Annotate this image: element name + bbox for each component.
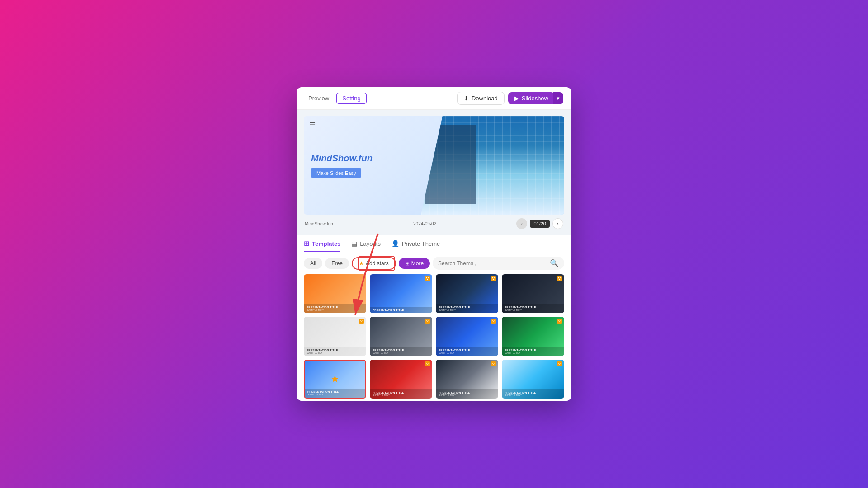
template-card[interactable]: V PRESENTATION TITLE SUBTITLE TEXT xyxy=(370,317,432,356)
building-dark xyxy=(425,125,476,204)
search-input[interactable] xyxy=(438,260,547,267)
template-card[interactable]: V PRESENTATION TITLE SUBTITLE TEXT xyxy=(304,317,366,356)
slideshow-dropdown-button[interactable]: ▾ xyxy=(553,92,563,104)
template-text: PRESENTATION TITLE SUBTITLE TEXT xyxy=(436,304,498,313)
template-text: PRESENTATION TITLE SUBTITLE TEXT xyxy=(436,389,498,399)
template-card[interactable]: V PRESENTATION TITLE SUBTITLE TEXT xyxy=(502,360,564,399)
star-icon: ★ xyxy=(359,260,364,267)
header-left: Preview Setting xyxy=(305,93,367,104)
template-text: PRESENTATION TITLE SUBTITLE TEXT xyxy=(436,347,498,356)
slide-subtitle-button[interactable]: Make Slides Easy xyxy=(311,168,361,178)
slide-date: 2024-09-02 xyxy=(413,221,436,226)
header-right: ⬇ Download ▶ Slideshow ▾ xyxy=(457,92,563,105)
slide-frame: ☰ MindShow.fun Make Slides Easy xyxy=(304,116,564,215)
layouts-icon: ▤ xyxy=(351,240,357,247)
template-text: PRESENTATION TITLE SUBTITLE TEXT xyxy=(305,389,365,398)
filter-add-stars-button[interactable]: ★ Add stars xyxy=(352,257,396,270)
tab-templates[interactable]: ⊞ Templates xyxy=(304,240,340,252)
template-card[interactable]: V PRESENTATION TITLE xyxy=(370,274,432,313)
slide-area: ☰ MindShow.fun Make Slides Easy MindShow… xyxy=(297,110,571,235)
template-text: PRESENTATION TITLE xyxy=(370,307,432,313)
template-badge: V xyxy=(557,361,562,366)
template-text: PRESENTATION TITLE SUBTITLE TEXT xyxy=(370,347,432,356)
filter-search[interactable]: 🔍 xyxy=(433,257,564,270)
template-card[interactable]: V PRESENTATION TITLE SUBTITLE TEXT xyxy=(502,317,564,356)
template-badge: V xyxy=(425,361,430,366)
template-text: PRESENTATION TITLE SUBTITLE TEXT xyxy=(304,347,366,356)
header: Preview Setting ⬇ Download ▶ Slideshow ▾ xyxy=(297,87,571,110)
tab-private-theme[interactable]: 👤 Private Theme xyxy=(392,240,440,252)
template-badge: V xyxy=(425,276,430,281)
slide-title: MindShow.fun xyxy=(311,153,420,164)
template-text: PRESENTATION TITLE SUBTITLE TEXT xyxy=(304,304,366,313)
slide-author: MindShow.fun xyxy=(305,221,333,226)
download-button[interactable]: ⬇ Download xyxy=(457,92,505,105)
template-card-highlighted[interactable]: ★ PRESENTATION TITLE SUBTITLE TEXT xyxy=(304,360,366,399)
template-badge: V xyxy=(359,319,364,324)
private-theme-icon: 👤 xyxy=(392,240,399,247)
filter-area-wrapper: All Free ★ Add stars ⊞ More 🔍 xyxy=(297,252,571,274)
template-badge: V xyxy=(491,276,496,281)
template-badge: V xyxy=(557,319,562,324)
template-card[interactable]: V PRESENTATION TITLE SUBTITLE TEXT xyxy=(436,274,498,313)
template-card[interactable]: PRESENTATION TITLE SUBTITLE TEXT xyxy=(304,274,366,313)
slideshow-button[interactable]: ▶ Slideshow xyxy=(508,92,555,104)
filter-more-button[interactable]: ⊞ More xyxy=(399,258,430,269)
template-text: PRESENTATION TITLE SUBTITLE TEXT xyxy=(502,347,564,356)
slide-content: MindShow.fun Make Slides Easy xyxy=(311,153,420,178)
filter-all-button[interactable]: All xyxy=(304,258,322,269)
template-badge: V xyxy=(425,319,430,324)
slide-counter: 01/20 xyxy=(530,220,550,228)
templates-grid: PRESENTATION TITLE SUBTITLE TEXT V PRESE… xyxy=(297,274,571,401)
slide-building-image xyxy=(421,116,564,215)
template-card[interactable]: V PRESENTATION TITLE SUBTITLE TEXT xyxy=(370,360,432,399)
slide-nav: ‹ 01/20 › xyxy=(516,218,563,229)
setting-button[interactable]: Setting xyxy=(336,93,366,104)
template-card[interactable]: V PRESENTATION TITLE SUBTITLE TEXT xyxy=(436,360,498,399)
grid-wrapper: PRESENTATION TITLE SUBTITLE TEXT V PRESE… xyxy=(297,274,571,401)
template-badge: V xyxy=(557,276,562,281)
slide-footer: MindShow.fun 2024-09-02 ‹ 01/20 › xyxy=(304,218,564,229)
templates-icon: ⊞ xyxy=(304,240,309,247)
template-badge: V xyxy=(491,361,496,366)
preview-button[interactable]: Preview xyxy=(305,93,333,103)
slide-prev-button[interactable]: ‹ xyxy=(516,218,527,229)
template-card[interactable]: V PRESENTATION TITLE SUBTITLE TEXT xyxy=(502,274,564,313)
star-badge-icon: ★ xyxy=(330,373,340,385)
template-text: PRESENTATION TITLE SUBTITLE TEXT xyxy=(502,304,564,313)
app-window: Preview Setting ⬇ Download ▶ Slideshow ▾… xyxy=(297,87,571,401)
template-card[interactable]: V PRESENTATION TITLE SUBTITLE TEXT xyxy=(436,317,498,356)
filter-bar: All Free ★ Add stars ⊞ More 🔍 xyxy=(297,252,571,274)
slideshow-icon: ▶ xyxy=(514,95,519,102)
slide-next-button[interactable]: › xyxy=(552,218,563,229)
tabs-area: ⊞ Templates ▤ Layouts 👤 Private Theme xyxy=(297,235,571,252)
download-icon: ⬇ xyxy=(464,95,469,102)
chevron-down-icon: ▾ xyxy=(557,95,560,102)
template-text: PRESENTATION TITLE SUBTITLE TEXT xyxy=(502,389,564,399)
grid-icon: ⊞ xyxy=(405,260,410,267)
menu-icon[interactable]: ☰ xyxy=(309,121,316,129)
tabs-list: ⊞ Templates ▤ Layouts 👤 Private Theme xyxy=(304,240,564,252)
tab-layouts[interactable]: ▤ Layouts xyxy=(351,240,381,252)
filter-free-button[interactable]: Free xyxy=(325,258,349,269)
template-text: PRESENTATION TITLE SUBTITLE TEXT xyxy=(370,389,432,399)
slideshow-group: ▶ Slideshow ▾ xyxy=(508,92,563,104)
template-badge: V xyxy=(491,319,496,324)
search-icon: 🔍 xyxy=(550,259,559,267)
